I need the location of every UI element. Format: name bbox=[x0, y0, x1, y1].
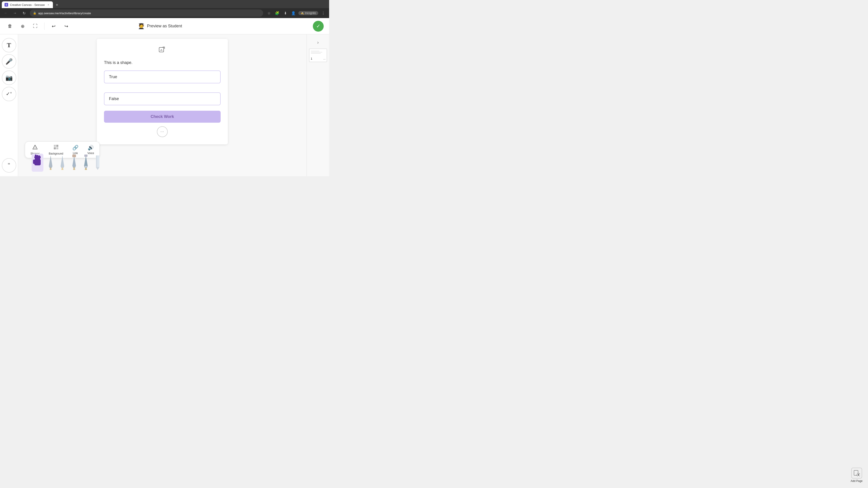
svg-rect-11 bbox=[34, 159, 41, 165]
page-number: 1 bbox=[310, 57, 313, 61]
tab-title: Creative Canvas - Seesaw bbox=[10, 3, 45, 6]
incognito-badge: 🕵 Incognito bbox=[298, 11, 318, 15]
page-options-button[interactable]: ··· bbox=[323, 57, 326, 61]
done-button[interactable]: ✓ bbox=[313, 21, 324, 32]
top-toolbar: 🗑 ⊕ ⛶ ↩ ↪ 🧑‍🎓 Preview as Student ✓ bbox=[0, 18, 329, 34]
undo-button[interactable]: ↩ bbox=[49, 22, 58, 31]
student-icon: 🧑‍🎓 bbox=[138, 23, 145, 29]
main-content: T 🎤 📷 ✓+ " bbox=[0, 34, 329, 176]
zoom-in-button[interactable]: ⊕ bbox=[18, 22, 27, 31]
svg-rect-12 bbox=[33, 160, 35, 164]
true-option[interactable]: True bbox=[104, 70, 221, 84]
svg-rect-4 bbox=[56, 145, 58, 147]
forward-button[interactable]: → bbox=[12, 10, 18, 16]
page-thumbnail[interactable]: 1 ··· bbox=[309, 48, 327, 62]
profile-button[interactable]: 👤 bbox=[290, 10, 297, 16]
svg-point-2 bbox=[34, 146, 36, 148]
done-checkmark-icon: ✓ bbox=[316, 23, 320, 29]
svg-rect-6 bbox=[56, 147, 58, 149]
app-area: 🗑 ⊕ ⛶ ↩ ↪ 🧑‍🎓 Preview as Student ✓ T 🎤 📷 bbox=[0, 18, 329, 176]
svg-marker-26 bbox=[96, 167, 99, 170]
more-options-button[interactable]: ··· bbox=[157, 126, 168, 137]
svg-rect-23 bbox=[84, 155, 88, 157]
camera-tool-button[interactable]: 📷 bbox=[2, 70, 16, 85]
link-icon: 🔗 bbox=[72, 145, 79, 151]
pencil-brush-4[interactable] bbox=[81, 155, 90, 171]
canvas-page: This is a shape. True False Check Work ·… bbox=[97, 39, 228, 144]
url-bar[interactable]: 🔒 app.seesaw.me/#/activities/library/cre… bbox=[30, 9, 263, 17]
brush-palette bbox=[32, 154, 102, 172]
url-text: app.seesaw.me/#/activities/library/creat… bbox=[38, 11, 91, 15]
active-tab[interactable]: S Creative Canvas - Seesaw × bbox=[2, 1, 53, 8]
preview-label: Preview as Student bbox=[147, 24, 182, 29]
svg-rect-20 bbox=[72, 155, 76, 157]
pencil-brush-5[interactable] bbox=[93, 155, 102, 171]
browser-chrome: S Creative Canvas - Seesaw × + ← → ↻ 🔒 a… bbox=[0, 0, 329, 18]
voice-icon: 🔊 bbox=[88, 145, 94, 151]
right-panel: › 1 ··· bbox=[307, 34, 329, 176]
fullscreen-button[interactable]: ⛶ bbox=[31, 22, 40, 31]
panel-expand-button[interactable]: › bbox=[315, 38, 320, 47]
lock-icon: 🔒 bbox=[33, 11, 36, 15]
tabs-bar: S Creative Canvas - Seesaw × + bbox=[0, 0, 329, 8]
reload-button[interactable]: ↻ bbox=[21, 10, 27, 16]
text-icon: T bbox=[7, 41, 11, 49]
bookmark-button[interactable]: ☆ bbox=[266, 10, 272, 16]
back-button[interactable]: ← bbox=[3, 10, 9, 16]
address-bar: ← → ↻ 🔒 app.seesaw.me/#/activities/libra… bbox=[0, 8, 329, 18]
pencil-brush-2[interactable] bbox=[58, 155, 67, 171]
shapes-icon bbox=[32, 144, 38, 151]
browser-actions: ☆ 🧩 ⬇ 👤 🕵 Incognito ⋮ bbox=[266, 10, 327, 16]
camera-icon: 📷 bbox=[5, 74, 13, 81]
svg-marker-1 bbox=[33, 145, 37, 149]
text-tool-button[interactable]: T bbox=[2, 38, 16, 53]
tab-close-button[interactable]: × bbox=[46, 3, 50, 6]
new-tab-button[interactable]: + bbox=[54, 2, 60, 8]
pencil-brush-1[interactable] bbox=[46, 155, 55, 171]
extensions-button[interactable]: 🧩 bbox=[274, 10, 280, 16]
redo-button[interactable]: ↪ bbox=[62, 22, 71, 31]
delete-button[interactable]: 🗑 bbox=[5, 22, 14, 31]
canvas-area: This is a shape. True False Check Work ·… bbox=[18, 34, 307, 176]
svg-rect-5 bbox=[54, 147, 56, 149]
toolbar-separator-1 bbox=[44, 23, 44, 30]
quote-icon: " bbox=[8, 162, 10, 169]
mic-tool-button[interactable]: 🎤 bbox=[2, 54, 16, 69]
check-work-button[interactable]: Check Work bbox=[104, 111, 221, 123]
media-upload-icon[interactable] bbox=[159, 46, 166, 55]
tab-favicon: S bbox=[4, 3, 8, 6]
preview-student-section: 🧑‍🎓 Preview as Student bbox=[138, 23, 182, 29]
check-plus-icon: ✓+ bbox=[6, 91, 12, 97]
menu-button[interactable]: ⋮ bbox=[320, 10, 327, 16]
left-sidebar: T 🎤 📷 ✓+ " bbox=[0, 34, 18, 176]
false-option[interactable]: False bbox=[104, 92, 221, 105]
microphone-icon: 🎤 bbox=[5, 58, 13, 65]
question-text: This is a shape. bbox=[104, 60, 132, 65]
svg-rect-3 bbox=[54, 145, 56, 147]
check-tool-button[interactable]: ✓+ bbox=[2, 87, 16, 101]
download-button[interactable]: ⬇ bbox=[282, 10, 288, 16]
hand-cursor-brush[interactable] bbox=[32, 154, 43, 172]
background-icon bbox=[53, 144, 59, 151]
svg-rect-27 bbox=[96, 156, 97, 167]
pencil-brush-3[interactable] bbox=[70, 155, 79, 171]
quote-tool-button[interactable]: " bbox=[2, 158, 16, 173]
